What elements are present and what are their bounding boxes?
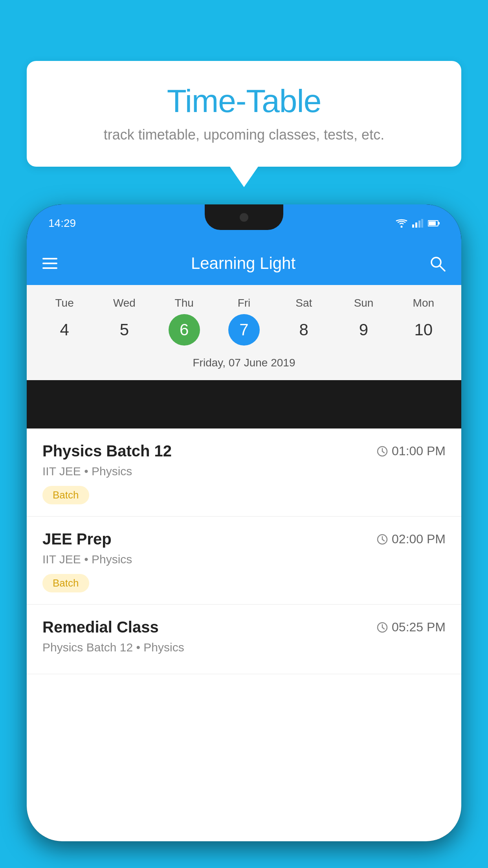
- day-name-thu: Thu: [175, 297, 194, 309]
- schedule-item-3[interactable]: Remedial Class 05:25 PM Physics Batch 12…: [27, 605, 461, 674]
- phone-frame: 14:29: [27, 204, 461, 841]
- schedule-subtitle-3: Physics Batch 12 • Physics: [42, 641, 446, 654]
- schedule-time-3: 05:25 PM: [377, 620, 446, 634]
- day-name-sat: Sat: [295, 297, 312, 309]
- bubble-title: Time-Table: [46, 83, 442, 120]
- bubble-subtitle: track timetable, upcoming classes, tests…: [46, 127, 442, 143]
- svg-rect-3: [418, 221, 420, 228]
- speech-bubble: Time-Table track timetable, upcoming cla…: [27, 61, 461, 167]
- day-tue[interactable]: Tue 4: [39, 297, 90, 346]
- svg-line-18: [382, 627, 384, 629]
- phone-container: 14:29: [27, 204, 461, 868]
- schedule-title-2: JEE Prep: [42, 530, 112, 548]
- status-bar: 14:29: [27, 204, 461, 242]
- clock-icon-2: [377, 534, 388, 545]
- svg-rect-4: [421, 219, 423, 228]
- schedule-subtitle-2: IIT JEE • Physics: [42, 553, 446, 566]
- schedule-title-1: Physics Batch 12: [42, 442, 172, 460]
- day-num-wed: 5: [108, 314, 140, 346]
- wifi-icon: [396, 219, 407, 228]
- day-name-fri: Fri: [238, 297, 251, 309]
- day-wed[interactable]: Wed 5: [99, 297, 150, 346]
- menu-line-2: [42, 263, 57, 264]
- svg-rect-1: [412, 224, 414, 228]
- status-icons: [396, 219, 440, 228]
- selected-date-label: Friday, 07 June 2019: [35, 353, 453, 372]
- day-thu[interactable]: Thu 6: [159, 297, 210, 346]
- day-fri[interactable]: Fri 7: [218, 297, 270, 346]
- signal-icon: [412, 219, 423, 228]
- schedule-item-2-header: JEE Prep 02:00 PM: [42, 530, 446, 548]
- clock-icon-1: [377, 446, 388, 457]
- svg-point-0: [401, 226, 403, 228]
- app-title: Learning Light: [69, 254, 417, 273]
- batch-tag-2: Batch: [42, 574, 89, 592]
- app-bar: Learning Light: [27, 242, 461, 285]
- speech-bubble-container: Time-Table track timetable, upcoming cla…: [27, 61, 461, 167]
- schedule-item-3-header: Remedial Class 05:25 PM: [42, 618, 446, 636]
- day-num-thu: 6: [169, 314, 200, 346]
- day-mon[interactable]: Mon 10: [398, 297, 449, 346]
- schedule-item-1[interactable]: Physics Batch 12 01:00 PM IIT JEE • Phys…: [27, 428, 461, 517]
- svg-line-12: [382, 451, 384, 453]
- day-sat[interactable]: Sat 8: [278, 297, 329, 346]
- calendar-section: Tue 4 Wed 5 Thu 6 Fri 7 Sat 8: [27, 285, 461, 380]
- day-num-mon: 10: [408, 314, 439, 346]
- day-name-wed: Wed: [113, 297, 136, 309]
- svg-rect-6: [429, 221, 436, 225]
- day-num-sun: 9: [348, 314, 380, 346]
- batch-tag-1: Batch: [42, 486, 89, 504]
- day-num-tue: 4: [49, 314, 80, 346]
- schedule-item-1-header: Physics Batch 12 01:00 PM: [42, 442, 446, 460]
- camera: [240, 213, 248, 222]
- day-name-mon: Mon: [413, 297, 434, 309]
- clock-icon-3: [377, 622, 388, 633]
- day-num-sat: 8: [288, 314, 319, 346]
- menu-button[interactable]: [42, 258, 57, 269]
- phone-notch: [205, 204, 283, 230]
- schedule-time-2: 02:00 PM: [377, 532, 446, 546]
- svg-rect-7: [438, 222, 440, 224]
- schedule-container: Physics Batch 12 01:00 PM IIT JEE • Phys…: [27, 428, 461, 841]
- svg-line-15: [382, 539, 384, 541]
- svg-line-9: [440, 266, 445, 271]
- day-sun[interactable]: Sun 9: [338, 297, 389, 346]
- day-name-tue: Tue: [55, 297, 74, 309]
- schedule-time-1: 01:00 PM: [377, 444, 446, 458]
- menu-line-1: [42, 258, 57, 259]
- day-name-sun: Sun: [354, 297, 374, 309]
- schedule-title-3: Remedial Class: [42, 618, 159, 636]
- days-row: Tue 4 Wed 5 Thu 6 Fri 7 Sat 8: [35, 297, 453, 346]
- search-icon[interactable]: [429, 255, 446, 272]
- status-time: 14:29: [48, 217, 76, 230]
- battery-icon: [428, 220, 440, 227]
- svg-rect-2: [415, 223, 417, 228]
- schedule-subtitle-1: IIT JEE • Physics: [42, 465, 446, 478]
- day-num-fri: 7: [228, 314, 260, 346]
- menu-line-3: [42, 267, 57, 269]
- schedule-item-2[interactable]: JEE Prep 02:00 PM IIT JEE • Physics Batc…: [27, 517, 461, 605]
